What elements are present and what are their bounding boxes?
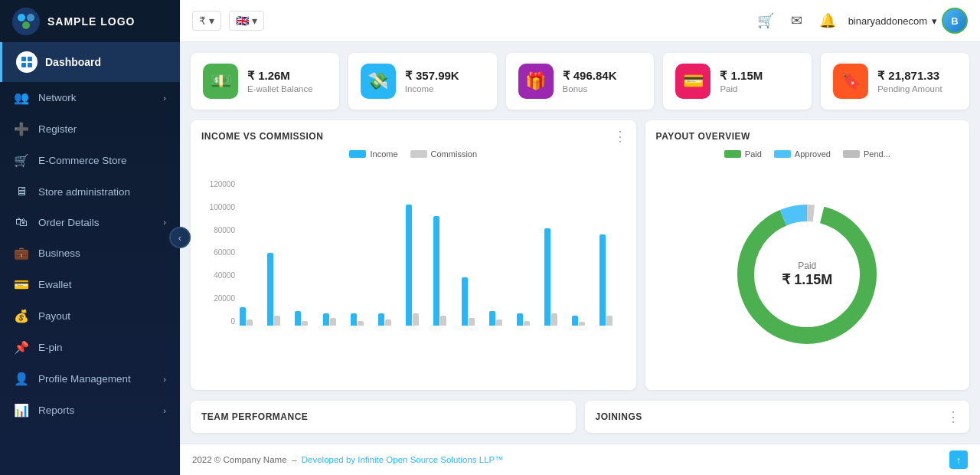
income-bar [323, 313, 329, 326]
legend-approved-label: Approved [795, 149, 831, 159]
cart-button[interactable]: 🛒 [753, 8, 779, 34]
stat-card-income: 💸 ₹ 357.99K Income [348, 53, 497, 110]
stat-card-pending: 🔖 ₹ 21,871.33 Pending Amount ⚙ [821, 53, 969, 110]
bonus-stat-info: ₹ 496.84K Bonus [563, 69, 617, 93]
legend-income: Income [349, 149, 397, 159]
team-perf-title: TEAM PERFORMANCE [201, 411, 565, 422]
bar-group [295, 311, 320, 326]
payout-overview-chart: PAYOUT OVERVIEW Paid Approved Pend... [645, 120, 969, 390]
bar-group [462, 277, 487, 326]
sidebar-item-payout[interactable]: 💰 Payout [0, 300, 180, 332]
ewallet-stat-icon: 💵 [203, 64, 238, 99]
svg-point-2 [27, 14, 34, 21]
notifications-button[interactable]: 🔔 [815, 8, 841, 34]
commission-bar [274, 316, 280, 326]
legend-paid-color [724, 150, 741, 158]
currency-selector[interactable]: ₹ ▾ [192, 11, 221, 31]
joinings-menu[interactable]: ⋮ [946, 408, 960, 425]
sidebar-item-register[interactable]: ➕ Register [0, 113, 180, 145]
legend-paid-label: Paid [745, 149, 762, 159]
payout-chart-title: PAYOUT OVERVIEW [656, 131, 959, 142]
bar-group [544, 228, 570, 326]
legend-income-label: Income [370, 149, 397, 159]
sidebar-item-network[interactable]: 👥 Network › [0, 82, 180, 113]
flag-icon: 🇬🇧 [236, 15, 249, 27]
charts-row: INCOME VS COMMISSION ⋮ Income Commission… [191, 120, 969, 390]
sidebar-item-label: Store administration [38, 186, 130, 198]
register-icon: ➕ [14, 122, 29, 136]
flag-caret-icon: ▾ [252, 15, 257, 27]
bar-chart: 120000100000800006000040000200000 [201, 165, 626, 326]
income-chart-title: INCOME VS COMMISSION [201, 131, 626, 142]
y-label: 120000 [201, 180, 238, 188]
language-selector[interactable]: 🇬🇧 ▾ [229, 11, 264, 31]
income-bar [544, 228, 550, 326]
income-bar [572, 316, 578, 326]
sidebar-item-ewallet[interactable]: 💳 Ewallet [0, 269, 180, 300]
user-menu[interactable]: binaryaddonecom ▾ B [848, 8, 968, 34]
profile-icon: 👤 [14, 372, 29, 386]
y-label: 40000 [201, 271, 238, 280]
income-bar [295, 311, 301, 326]
store-admin-icon: 🖥 [14, 185, 29, 198]
sidebar-dashboard-item[interactable]: Dashboard [0, 42, 180, 82]
commission-bar [358, 321, 364, 326]
paid-stat-icon: 💳 [675, 64, 710, 99]
business-icon: 💼 [14, 246, 29, 260]
commission-bar [524, 321, 530, 326]
footer-link[interactable]: Developed by Infinite Open Source Soluti… [302, 455, 504, 464]
bars-container [240, 180, 626, 326]
commission-bar [496, 319, 502, 326]
bar-group [572, 316, 597, 326]
income-chart-menu[interactable]: ⋮ [613, 128, 627, 145]
income-bar [489, 311, 495, 326]
sidebar-item-label: Register [38, 123, 77, 135]
donut-chart: Paid ₹ 1.15M [656, 169, 959, 379]
sidebar-item-label: Profile Management [38, 373, 131, 385]
pending-stat-icon: 🔖 [833, 64, 868, 99]
avatar: B [942, 8, 968, 34]
stat-card-paid: 💳 ₹ 1.15M Paid [663, 53, 812, 110]
bar-group [267, 253, 292, 326]
ecommerce-icon: 🛒 [14, 153, 29, 168]
sidebar-collapse-button[interactable]: ‹ [169, 227, 191, 248]
income-stat-info: ₹ 357.99K Income [405, 69, 459, 93]
bar-group [433, 216, 459, 326]
sidebar-item-ecommerce[interactable]: 🛒 E-Commerce Store [0, 145, 180, 176]
stat-card-ewallet: 💵 ₹ 1.26M E-wallet Balance [191, 53, 339, 110]
income-bar [351, 313, 357, 326]
sidebar-item-profile[interactable]: 👤 Profile Management › [0, 363, 180, 395]
stat-card-bonus: 🎁 ₹ 496.84K Bonus [506, 53, 655, 110]
commission-bar [579, 322, 585, 326]
content-area: 💵 ₹ 1.26M E-wallet Balance 💸 ₹ 357.99K I… [180, 42, 980, 444]
pending-amount: ₹ 21,871.33 [877, 69, 942, 83]
footer-copyright: 2022 © Company Name – Developed by Infin… [192, 455, 504, 464]
commission-bar [330, 318, 336, 326]
scroll-top-button[interactable]: ↑ [949, 450, 968, 469]
sidebar-item-label: Ewallet [38, 279, 72, 290]
payout-legend: Paid Approved Pend... [656, 149, 959, 159]
sidebar-item-business[interactable]: 💼 Business [0, 238, 180, 269]
joinings-card: JOININGS ⋮ [585, 401, 970, 433]
commission-bar [385, 319, 391, 326]
team-performance-card: TEAM PERFORMANCE [191, 401, 576, 433]
ewallet-label: E-wallet Balance [247, 84, 313, 93]
sidebar-item-epin[interactable]: 📌 E-pin [0, 332, 180, 363]
legend-commission-color [410, 150, 427, 158]
mail-button[interactable]: ✉ [786, 8, 807, 34]
y-label: 20000 [201, 294, 238, 303]
bar-group [240, 307, 265, 326]
sidebar-item-reports[interactable]: 📊 Reports › [0, 395, 180, 426]
dashboard-icon [16, 51, 38, 73]
bottom-row: TEAM PERFORMANCE JOININGS ⋮ [191, 401, 969, 433]
bar-group [378, 313, 403, 326]
legend-approved-color [774, 150, 791, 158]
bar-group [406, 205, 431, 326]
sidebar-item-store-admin[interactable]: 🖥 Store administration [0, 176, 180, 207]
sidebar-item-label: E-pin [38, 342, 63, 353]
sidebar-item-order-details[interactable]: 🛍 Order Details › [0, 207, 180, 238]
bonus-label: Bonus [563, 84, 617, 93]
legend-pending: Pend... [843, 149, 890, 159]
y-label: 60000 [201, 248, 238, 257]
joinings-title: JOININGS [596, 411, 959, 422]
